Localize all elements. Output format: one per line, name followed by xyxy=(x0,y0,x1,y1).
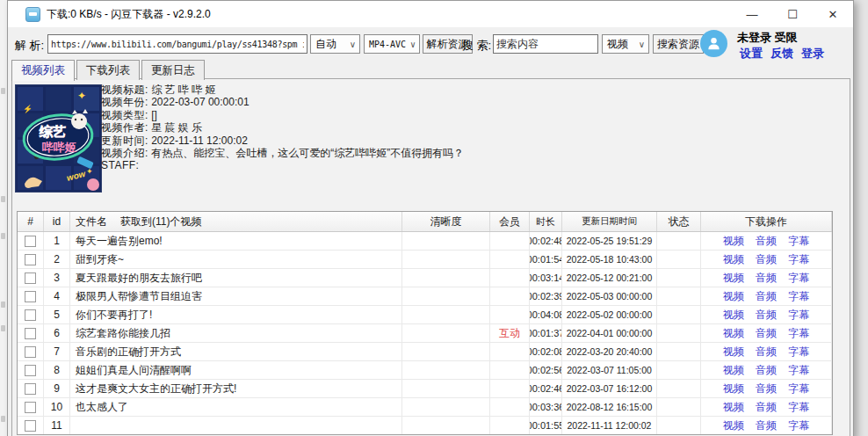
download-video-link[interactable]: 视频 xyxy=(723,400,744,415)
row-status xyxy=(657,398,701,416)
header-duration[interactable]: 时长 xyxy=(530,212,562,231)
row-id: 5 xyxy=(44,306,70,323)
window-title: 下载:0 KB/s - 闪豆下载器 - v2.9.2.0 xyxy=(47,7,211,22)
row-id: 3 xyxy=(44,269,70,287)
row-filename: 你们不要再打了! xyxy=(70,306,402,323)
download-video-link[interactable]: 视频 xyxy=(723,363,744,378)
download-subtitle-link[interactable]: 字幕 xyxy=(788,418,809,433)
download-audio-link[interactable]: 音频 xyxy=(756,418,777,433)
header-datetime[interactable]: 更新日期时间 xyxy=(562,212,657,231)
download-video-link[interactable]: 视频 xyxy=(723,271,744,286)
download-audio-link[interactable]: 音频 xyxy=(756,400,777,415)
row-filename: 甜到牙疼~ xyxy=(70,251,402,268)
table-body: 1 每天一遍告别emo! 00:02:48 2022-05-25 19:51:2… xyxy=(18,232,832,435)
download-subtitle-link[interactable]: 字幕 xyxy=(788,363,809,378)
download-audio-link[interactable]: 音频 xyxy=(756,289,777,304)
video-updated: 2022-11-11 12:00:02 xyxy=(151,134,248,147)
row-status xyxy=(657,380,701,397)
row-checkbox[interactable] xyxy=(25,254,36,265)
row-checkbox[interactable] xyxy=(25,383,36,395)
codec-select[interactable]: MP4-AVC ∨ xyxy=(364,34,420,54)
download-video-link[interactable]: 视频 xyxy=(723,345,744,360)
row-id: 1 xyxy=(44,232,70,250)
search-input[interactable] xyxy=(493,34,598,54)
row-datetime: 2022-08-12 16:15:00 xyxy=(562,398,657,416)
format-select[interactable]: 自动 ∨ xyxy=(310,34,360,54)
search-type-select[interactable]: 视频 ∨ xyxy=(602,34,649,54)
row-duration: 00:01:54 xyxy=(530,251,562,268)
row-duration: 00:01:37 xyxy=(530,324,562,342)
search-resource-button[interactable]: 搜索资源 xyxy=(653,34,704,54)
download-audio-link[interactable]: 音频 xyxy=(756,252,777,267)
row-vip-flag xyxy=(490,306,530,323)
table-row: 3 夏天跟最好的朋友去旅行吧 00:03:14 2022-05-12 00:21… xyxy=(18,269,832,287)
download-subtitle-link[interactable]: 字幕 xyxy=(788,234,809,249)
row-checkbox[interactable] xyxy=(25,420,36,432)
header-id[interactable]: id xyxy=(44,212,70,231)
header-index[interactable]: # xyxy=(18,212,44,231)
row-checkbox[interactable] xyxy=(25,309,36,321)
row-checkbox[interactable] xyxy=(25,402,36,413)
download-subtitle-link[interactable]: 字幕 xyxy=(788,382,809,396)
tab-video-list[interactable]: 视频列表 xyxy=(11,60,75,81)
feedback-link[interactable]: 反馈 xyxy=(770,46,793,62)
login-link[interactable]: 登录 xyxy=(801,46,824,62)
download-audio-link[interactable]: 音频 xyxy=(756,308,777,323)
row-status xyxy=(657,287,701,305)
download-video-link[interactable]: 视频 xyxy=(723,418,744,433)
row-duration: 00:01:55 xyxy=(530,417,562,434)
row-download-ops: 视频音频字幕 xyxy=(701,251,832,268)
settings-link[interactable]: 设置 xyxy=(740,46,763,62)
header-quality[interactable]: 清晰度 xyxy=(402,212,490,231)
download-audio-link[interactable]: 音频 xyxy=(756,363,777,378)
header-filename[interactable]: 文件名 获取到(11)个视频 xyxy=(70,212,402,231)
download-subtitle-link[interactable]: 字幕 xyxy=(788,308,809,323)
download-subtitle-link[interactable]: 字幕 xyxy=(788,400,809,415)
video-count-note: 获取到(11)个视频 xyxy=(120,214,201,229)
close-button[interactable]: ✕ xyxy=(813,1,853,27)
tab-download-list[interactable]: 下载列表 xyxy=(76,60,140,80)
row-checkbox[interactable] xyxy=(25,365,36,376)
video-description: 有热点、能挖宝、会吐槽，这么可爱的“综艺哔哔姬”不值得拥有吗？ xyxy=(151,147,464,159)
download-subtitle-link[interactable]: 字幕 xyxy=(788,289,809,304)
row-status xyxy=(657,324,701,342)
download-video-link[interactable]: 视频 xyxy=(723,326,744,341)
row-id: 4 xyxy=(44,287,70,305)
download-subtitle-link[interactable]: 字幕 xyxy=(788,271,809,286)
header-vip[interactable]: 会员 xyxy=(490,212,530,231)
download-subtitle-link[interactable]: 字幕 xyxy=(788,345,809,360)
row-checkbox[interactable] xyxy=(25,236,36,247)
user-avatar[interactable] xyxy=(700,30,727,57)
row-download-ops: 视频音频字幕 xyxy=(701,398,832,416)
row-download-ops: 视频音频字幕 xyxy=(701,269,832,287)
maximize-button[interactable]: ☐ xyxy=(772,1,813,27)
download-audio-link[interactable]: 音频 xyxy=(756,382,777,396)
row-quality xyxy=(402,361,490,379)
info-label: 视频标题: xyxy=(101,84,148,96)
header-status[interactable]: 状态 xyxy=(657,212,701,231)
download-video-link[interactable]: 视频 xyxy=(723,234,744,249)
table-header: # id 文件名 获取到(11)个视频 清晰度 会员 时长 更新日期时间 状态 … xyxy=(18,212,832,232)
download-video-link[interactable]: 视频 xyxy=(723,252,744,267)
download-audio-link[interactable]: 音频 xyxy=(756,345,777,360)
table-row: 6 综艺套路你能接几招 互动 00:01:37 2022-04-01 00:00… xyxy=(18,324,832,343)
row-checkbox[interactable] xyxy=(25,346,36,358)
row-id: 11 xyxy=(44,417,70,434)
download-audio-link[interactable]: 音频 xyxy=(756,271,777,286)
url-input[interactable] xyxy=(47,34,307,54)
download-video-link[interactable]: 视频 xyxy=(723,308,744,323)
download-video-link[interactable]: 视频 xyxy=(723,289,744,304)
row-checkbox[interactable] xyxy=(25,328,36,339)
minimize-button[interactable]: — xyxy=(732,1,772,27)
row-checkbox[interactable] xyxy=(25,291,36,302)
download-subtitle-link[interactable]: 字幕 xyxy=(788,326,809,341)
thumb-badge-text-top: 综艺 xyxy=(39,124,66,139)
header-ops[interactable]: 下载操作 xyxy=(701,212,832,231)
download-audio-link[interactable]: 音频 xyxy=(756,326,777,341)
row-status xyxy=(657,306,701,323)
download-audio-link[interactable]: 音频 xyxy=(756,234,777,249)
tab-update-log[interactable]: 更新日志 xyxy=(141,60,205,80)
row-checkbox[interactable] xyxy=(25,272,36,284)
download-video-link[interactable]: 视频 xyxy=(723,382,744,396)
download-subtitle-link[interactable]: 字幕 xyxy=(788,252,809,267)
